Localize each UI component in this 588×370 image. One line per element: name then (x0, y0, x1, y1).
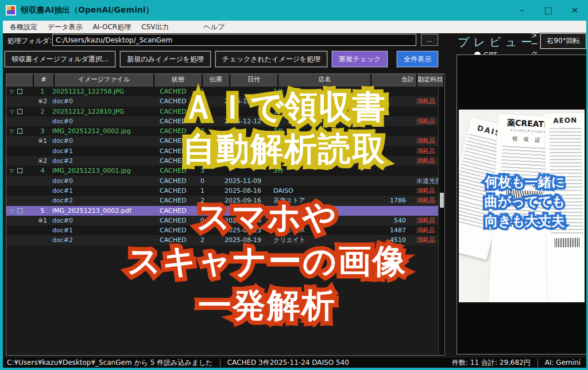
table-row-4[interactable]: doc#0CACHED02025-12-12消耗品 (6, 116, 444, 126)
row-expander-checkbox (6, 96, 33, 106)
expander-icon[interactable]: ▽ (10, 208, 14, 214)
table-row-6[interactable]: ※1doc#0CACHED02025-11-24DAISO消耗品 (6, 136, 444, 146)
cell-date: 2025-12-12 (225, 96, 272, 106)
cell-status: CACHED (151, 126, 198, 136)
status-totals: 件数: 11 合計: 29,682円 (445, 359, 538, 367)
column-header-2[interactable]: イメージファイル (55, 74, 153, 87)
row-expander-checkbox (6, 235, 33, 245)
table-row-11[interactable]: doc#1CACHED12025-08-16DAISO消耗品 (6, 186, 444, 196)
column-header-1[interactable]: # (34, 74, 53, 87)
row-checkbox[interactable] (17, 168, 22, 173)
expander-icon[interactable]: ▽ (10, 109, 14, 115)
scanned-receipt-image: DAISO 薬CREATE ドラッグストア クリエイト 領 収 証 AEON (459, 110, 585, 302)
cell-slip-count: 3 (198, 126, 225, 136)
row-expander-checkbox[interactable]: ▽ (6, 107, 33, 116)
duplicate-check-button[interactable]: 重複チェック (332, 51, 388, 67)
column-header-0[interactable] (6, 74, 33, 87)
vertical-scrollbar[interactable] (438, 87, 444, 356)
folder-path-input[interactable] (52, 34, 416, 46)
row-expander-checkbox (6, 186, 33, 196)
table-row-16[interactable]: doc#2CACHED22025-08-19クリエイト4510消耗品 (6, 235, 444, 245)
menu-data-view[interactable]: データ表示 (42, 22, 88, 32)
app-icon (6, 5, 16, 15)
cell-slip-count: 2 (198, 196, 225, 205)
cell-date (225, 166, 272, 176)
table-row-15[interactable]: doc#1CACHED12025-09-13ドラッグス1487消耗品 (6, 225, 444, 235)
row-expander-checkbox[interactable]: ▽ (6, 126, 33, 136)
barcode (555, 238, 580, 248)
cell-date (225, 146, 272, 156)
column-header-6[interactable]: 店名 (278, 74, 370, 87)
cell-slip-count: 0 (198, 116, 225, 126)
title-bar: 領収書AI抽出（OpenAI/Gemini） – □ ✕ (0, 0, 588, 21)
scrollbar-thumb[interactable] (440, 193, 444, 208)
column-header-8[interactable]: 勘定科目 (417, 74, 443, 87)
table-row-1[interactable]: ▽120251212_122758.JPGCACHED11件 (6, 87, 444, 96)
row-number: 2 (33, 107, 52, 116)
cell-total (363, 186, 408, 196)
table-header-row: #イメージファイル状態伝票日付店名合計勘定科目 (6, 74, 444, 87)
row-checkbox[interactable] (17, 89, 22, 94)
maximize-button[interactable]: □ (535, 0, 562, 21)
table-row-5[interactable]: ▽3IMG_20251212_0002.jpgCACHED33件 (6, 126, 444, 136)
row-checkbox[interactable] (17, 128, 22, 134)
cell-total (363, 176, 408, 186)
table-row-8[interactable]: ※2doc#2CACHED2消耗品 (6, 156, 444, 166)
row-mark: ※2 (33, 96, 52, 106)
cell-store: 3件 (272, 166, 363, 176)
row-checkbox[interactable] (17, 109, 22, 114)
column-header-4[interactable]: 伝票 (203, 74, 229, 87)
process-new-button[interactable]: 新規のみイメージを処理 (120, 51, 211, 67)
minimize-button[interactable]: – (509, 0, 535, 21)
cell-total (363, 126, 408, 136)
expander-icon[interactable]: ▽ (10, 128, 14, 134)
close-button[interactable]: ✕ (562, 0, 588, 21)
table-row-7[interactable]: doc#1CACHED1消耗品 (6, 146, 444, 156)
cell-image-file: 20251212_122758.JPG (52, 87, 151, 96)
cell-status: CACHED (151, 166, 198, 176)
row-expander-checkbox (6, 225, 33, 235)
cell-store: DAISO (272, 216, 363, 225)
toolbar: 領収書イメージフォルダ選択... 新規のみイメージを処理 チェックされたイメージ… (5, 50, 442, 68)
menu-settings[interactable]: 各種設定 (5, 22, 42, 32)
cell-slip-count: 1 (198, 87, 225, 96)
cell-total (363, 146, 408, 156)
cell-store: 京急ストア (272, 96, 363, 106)
row-mark (33, 196, 52, 205)
select-folder-button[interactable]: 領収書イメージフォルダ選択... (5, 51, 115, 67)
menu-csv-export[interactable]: CSV出力 (136, 22, 174, 32)
table-row-12[interactable]: doc#2CACHED22025-09-16京急ストア1786消耗品 (6, 196, 444, 205)
table-row-10[interactable]: doc#0CACHED02025-11-09水道光熱費 (6, 176, 444, 186)
row-expander-checkbox[interactable]: ▽ (6, 166, 33, 176)
row-expander-checkbox[interactable]: ▽ (6, 87, 33, 96)
cell-date: 2025-09-16 (225, 196, 272, 205)
folder-label: 処理フォルダ: (7, 36, 52, 46)
column-header-7[interactable]: 合計 (372, 74, 416, 87)
cell-date: 2025-11-24 (225, 216, 272, 225)
browse-button[interactable]: ... (421, 34, 438, 46)
table-row-2[interactable]: ※2doc#0CACHED02025-12-12京急ストア消耗品 (6, 96, 444, 106)
process-checked-button[interactable]: チェックされたイメージを処理 (215, 51, 327, 67)
show-all-button[interactable]: 全件表示 (397, 51, 438, 67)
column-header-5[interactable]: 日付 (230, 74, 277, 87)
cell-status: CACHED (151, 196, 198, 205)
menu-ai-ocr[interactable]: AI-OCR処理 (88, 22, 137, 32)
cell-date (225, 87, 272, 96)
cell-slip-count: 3 (198, 206, 225, 216)
column-header-3[interactable]: 状態 (154, 74, 202, 87)
row-expander-checkbox (6, 136, 33, 146)
row-checkbox[interactable] (17, 208, 22, 213)
expander-icon[interactable]: ▽ (10, 168, 14, 174)
table-row-13[interactable]: ▽5IMG_20251213_0002.pdfCACHED33件 (6, 206, 444, 216)
cell-slip-count: 2 (198, 235, 225, 245)
preview-pane[interactable]: DAISO 薬CREATE ドラッグストア クリエイト 領 収 証 AEON (457, 54, 587, 355)
cell-slip-count: 1 (198, 146, 225, 156)
menu-help[interactable]: ヘルプ (198, 22, 230, 32)
rotate-right-button[interactable]: 右90°回転 (540, 33, 586, 49)
table-row-3[interactable]: ▽220251212_122810.JPGCACHED11件 (6, 107, 444, 116)
table-row-14[interactable]: ※1doc#0CACHED02025-11-24DAISO540消耗品 (6, 216, 444, 225)
row-expander-checkbox[interactable]: ▽ (6, 206, 33, 216)
expander-icon[interactable]: ▽ (10, 89, 14, 95)
table-row-9[interactable]: ▽4IMG_20251213_0001.jpgCACHED33件 (6, 166, 444, 176)
cell-image-file: doc#0 (52, 136, 151, 146)
